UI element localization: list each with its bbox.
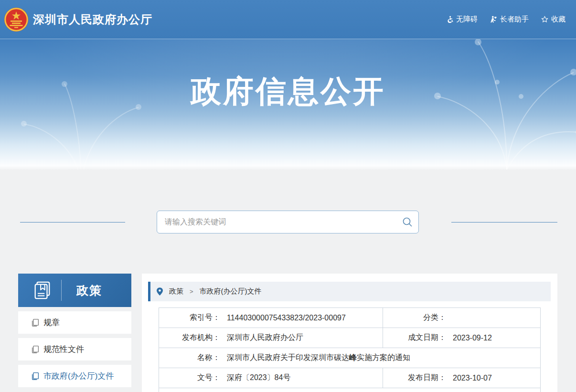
accessibility-link-label: 无障碍 bbox=[456, 15, 478, 24]
date-written-cell: 成文日期： 2023-09-12 bbox=[383, 328, 540, 348]
sidebar-header-divider bbox=[61, 280, 62, 301]
decor-line-right bbox=[451, 222, 557, 222]
date-written-label: 成文日期： bbox=[383, 333, 446, 343]
agency-label: 发布机构： bbox=[159, 333, 220, 343]
sidebar-item-regulations[interactable]: 规章 bbox=[18, 311, 131, 334]
search-icon bbox=[402, 217, 413, 227]
document-icon bbox=[31, 345, 39, 353]
favorite-link[interactable]: 收藏 bbox=[541, 15, 565, 24]
sidebar-item-normative-documents[interactable]: 规范性文件 bbox=[18, 338, 131, 360]
date-published-value: 2023-10-07 bbox=[453, 374, 492, 382]
main-layout: 政策 规章 规范性文件 bbox=[0, 274, 576, 392]
elder-assist-link-label: 长者助手 bbox=[500, 15, 529, 24]
sidebar-header: 政策 bbox=[18, 274, 131, 307]
document-icon bbox=[31, 372, 39, 380]
table-row-docno-pubdate: 文号： 深府〔2023〕84号 发布日期： 2023-10-07 bbox=[159, 368, 541, 388]
date-published-label: 发布日期： bbox=[383, 373, 446, 383]
page-title: 政府信息公开 bbox=[0, 39, 576, 112]
favorite-link-label: 收藏 bbox=[551, 15, 565, 24]
document-icon bbox=[31, 318, 39, 327]
policy-book-icon bbox=[32, 280, 52, 300]
table-row-partial bbox=[159, 388, 541, 392]
decor-line-left bbox=[20, 222, 125, 222]
national-emblem-icon bbox=[4, 7, 29, 32]
accessibility-link[interactable]: 无障碍 bbox=[446, 15, 478, 24]
name-label: 名称： bbox=[159, 353, 220, 363]
date-published-cell: 发布日期： 2023-10-07 bbox=[383, 368, 540, 388]
sidebar-item-label: 规范性文件 bbox=[43, 344, 84, 355]
sidebar-items: 规章 规范性文件 市政府(办公厅)文件 bbox=[18, 311, 131, 387]
search-input[interactable] bbox=[157, 211, 396, 233]
search-button[interactable] bbox=[396, 211, 418, 233]
document-info-table: 索引号： 114403000075433823/2023-00097 分类： 发… bbox=[159, 307, 541, 392]
star-icon bbox=[541, 16, 548, 23]
table-row-name: 名称： 深圳市人民政府关于印发深圳市碳达峰实施方案的通知 bbox=[159, 348, 541, 368]
index-value: 114403000075433823/2023-00097 bbox=[227, 314, 346, 322]
index-cell: 索引号： 114403000075433823/2023-00097 bbox=[159, 308, 383, 328]
sidebar-item-label: 市政府(办公厅)文件 bbox=[43, 371, 114, 381]
sidebar: 政策 规章 规范性文件 bbox=[18, 274, 131, 392]
category-label: 分类： bbox=[383, 313, 446, 323]
doc-number-value: 深府〔2023〕84号 bbox=[227, 373, 290, 383]
agency-cell: 发布机构： 深圳市人民政府办公厅 bbox=[159, 328, 383, 348]
site-title: 深圳市人民政府办公厅 bbox=[33, 12, 152, 27]
agency-value: 深圳市人民政府办公厅 bbox=[227, 333, 303, 343]
category-cell: 分类： bbox=[383, 308, 540, 328]
sidebar-title: 政策 bbox=[76, 283, 102, 298]
main-panel: 政策 > 市政府(办公厅)文件 索引号： 114403000075433823/… bbox=[142, 274, 557, 392]
top-header-inner: 深圳市人民政府办公厅 无障碍 长者助手 bbox=[0, 0, 576, 39]
elder-assist-icon bbox=[490, 16, 497, 23]
breadcrumb-item-current[interactable]: 市政府(办公厅)文件 bbox=[200, 287, 262, 296]
location-pin-icon bbox=[157, 287, 163, 296]
breadcrumb-separator: > bbox=[190, 288, 193, 295]
page-banner: 政府信息公开 bbox=[0, 39, 576, 170]
date-written-value: 2023-09-12 bbox=[453, 334, 492, 342]
doc-number-label: 文号： bbox=[159, 373, 220, 383]
name-cell: 名称： 深圳市人民政府关于印发深圳市碳达峰实施方案的通知 bbox=[159, 348, 540, 368]
elder-assist-link[interactable]: 长者助手 bbox=[490, 15, 529, 24]
breadcrumb: 政策 > 市政府(办公厅)文件 bbox=[148, 282, 551, 301]
search-box bbox=[157, 211, 419, 233]
breadcrumb-item-policy[interactable]: 政策 bbox=[169, 287, 183, 296]
accessibility-icon bbox=[446, 16, 453, 23]
document-name: 深圳市人民政府关于印发深圳市碳达峰实施方案的通知 bbox=[227, 353, 410, 363]
search-section bbox=[0, 170, 576, 233]
top-utility-links: 无障碍 长者助手 收藏 bbox=[446, 15, 565, 24]
index-label: 索引号： bbox=[159, 313, 220, 323]
sidebar-item-label: 规章 bbox=[43, 317, 60, 328]
table-row-index-category: 索引号： 114403000075433823/2023-00097 分类： bbox=[159, 308, 541, 328]
table-row-agency-date: 发布机构： 深圳市人民政府办公厅 成文日期： 2023-09-12 bbox=[159, 328, 541, 348]
content-area: 政策 规章 规范性文件 bbox=[0, 170, 576, 392]
top-header-bar: 深圳市人民政府办公厅 无障碍 长者助手 bbox=[0, 0, 576, 39]
doc-number-cell: 文号： 深府〔2023〕84号 bbox=[159, 368, 383, 388]
highlighted-keyword: 峰 bbox=[349, 353, 357, 361]
sidebar-item-municipal-government-documents[interactable]: 市政府(办公厅)文件 bbox=[18, 365, 131, 387]
